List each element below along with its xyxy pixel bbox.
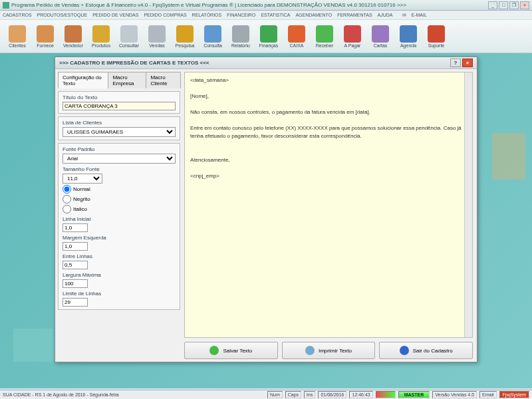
- toolbar-icon: [148, 25, 166, 43]
- toolbar-icon: [37, 25, 54, 43]
- menu-agendamento[interactable]: AGENDAMENTO: [295, 13, 332, 17]
- fonte-select[interactable]: Arial: [63, 154, 176, 164]
- tab-macro-empresa[interactable]: Macro Empresa: [108, 72, 146, 88]
- printer-icon: [305, 346, 315, 355]
- close-button[interactable]: ×: [520, 1, 529, 9]
- exit-icon: [400, 346, 409, 355]
- app-icon: [3, 2, 9, 9]
- style-italico-radio[interactable]: [63, 205, 71, 213]
- maximize-button[interactable]: □: [499, 1, 508, 9]
- window-titlebar: Programa Pedido de Vendas + Estoque & Fi…: [0, 0, 532, 11]
- toolbar-cartas[interactable]: Cartas: [367, 21, 394, 52]
- tab-macro-cliente[interactable]: Macro Cliente: [146, 72, 181, 88]
- exit-button[interactable]: Sair do Cadastro: [379, 342, 473, 359]
- toolbar-agenda[interactable]: Agenda: [395, 21, 422, 52]
- menu-ferramentas[interactable]: FERRAMENTAS: [337, 13, 372, 17]
- status-location: SUA CIDADE - RS 1 de Agosto de 2016 - Se…: [3, 392, 119, 397]
- main-toolbar: ClientesForneceVendedorProdutosConsultar…: [0, 20, 532, 53]
- editor-scrollbar[interactable]: [464, 72, 472, 337]
- toolbar-icon: [176, 25, 194, 43]
- status-date: 01/08/2016: [318, 391, 346, 398]
- linha-inicial-input[interactable]: [63, 223, 88, 232]
- tamanho-label: Tamanho Fonte: [63, 166, 176, 172]
- menu-produtos[interactable]: PRODUTOS/ESTOQUE: [37, 13, 88, 17]
- toolbar-icon: [288, 25, 305, 43]
- menu-ajuda[interactable]: AJUDA: [378, 13, 393, 17]
- toolbar-icon: [260, 25, 277, 43]
- toolbar-a pagar[interactable]: A Pagar: [339, 21, 366, 52]
- toolbar-clientes[interactable]: Clientes: [4, 21, 31, 52]
- menu-pedido-vendas[interactable]: PEDIDO DE VENDAS: [92, 13, 138, 17]
- fonte-label: Fonte Padrão: [63, 146, 176, 152]
- menu-estatistica[interactable]: ESTATISTICA: [261, 13, 290, 17]
- dialog-title: >>> CADASTRO E IMPRESSÃO DE CARTAS E TEX…: [59, 60, 209, 66]
- toolbar-vendedor[interactable]: Vendedor: [60, 21, 86, 52]
- font-panel: Fonte Padrão Arial Tamanho Fonte 11,0 No…: [58, 143, 180, 310]
- toolbar-icon: [65, 25, 82, 43]
- toolbar-icon: [400, 25, 417, 43]
- toolbar-consulta[interactable]: Consulta: [200, 21, 226, 52]
- toolbar-suporte[interactable]: Suporte: [423, 21, 450, 52]
- status-master: MASTER: [398, 391, 430, 398]
- status-email[interactable]: Email: [479, 391, 497, 398]
- toolbar-finanças[interactable]: Finanças: [255, 21, 282, 52]
- toolbar-produtos[interactable]: Produtos: [88, 21, 114, 52]
- dialog-titlebar: >>> CADASTRO E IMPRESSÃO DE CARTAS E TEX…: [55, 57, 477, 69]
- config-tabs: Configuração do Texto Macro Empresa Macr…: [58, 72, 180, 88]
- largura-input[interactable]: [63, 279, 88, 288]
- print-button[interactable]: Imprimir Texto: [282, 342, 376, 359]
- lista-label: Lista de Clientes: [63, 120, 176, 126]
- toolbar-icon: [344, 25, 361, 43]
- toolbar-icon: [9, 25, 26, 43]
- dialog-close-button[interactable]: ×: [462, 59, 473, 67]
- statusbar: SUA CIDADE - RS 1 de Agosto de 2016 - Se…: [0, 390, 532, 399]
- titulo-panel: Título do Texto: [58, 91, 180, 114]
- lista-panel: Lista de Clientes ULISSES GUIMARAES: [58, 116, 180, 140]
- toolbar-icon: [204, 25, 221, 43]
- menu-cadastros[interactable]: CADASTROS: [3, 13, 32, 17]
- toolbar-icon: [316, 25, 333, 43]
- status-num: Num: [267, 391, 283, 398]
- check-icon: [209, 346, 219, 355]
- toolbar-fornece[interactable]: Fornece: [32, 21, 59, 52]
- workspace: >>> CADASTRO E IMPRESSÃO DE CARTAS E TEX…: [0, 53, 532, 388]
- toolbar-vendas[interactable]: Vendas: [144, 21, 170, 52]
- tamanho-select[interactable]: 11,0: [63, 174, 102, 184]
- window-title: Programa Pedido de Vendas + Estoque & Fi…: [11, 2, 406, 8]
- menu-financeiro[interactable]: FINANCEIRO: [227, 13, 255, 17]
- menu-relatorios[interactable]: RELATÓRIOS: [192, 13, 222, 17]
- status-fpq[interactable]: FpqSystem: [499, 391, 529, 398]
- titulo-label: Título do Texto: [63, 94, 176, 100]
- status-meter: [376, 391, 396, 398]
- titulo-input[interactable]: [63, 102, 176, 110]
- menubar: CADASTROS PRODUTOS/ESTOQUE PEDIDO DE VEN…: [0, 11, 532, 20]
- toolbar-icon: [428, 25, 445, 43]
- toolbar-pesquisa[interactable]: Pesquisa: [172, 21, 198, 52]
- status-caps: Caps: [285, 391, 301, 398]
- text-editor[interactable]: <data_semana> [Nome], Não consta, em nos…: [184, 72, 473, 338]
- margem-input[interactable]: [63, 242, 88, 251]
- toolbar-icon: [232, 25, 249, 43]
- lista-select[interactable]: ULISSES GUIMARAES: [63, 127, 176, 137]
- save-button[interactable]: Salvar Texto: [184, 342, 278, 359]
- toolbar-icon: [120, 25, 138, 43]
- style-negrito-radio[interactable]: [63, 195, 71, 203]
- entre-input[interactable]: [63, 261, 88, 269]
- restore-button[interactable]: ❐: [509, 1, 519, 9]
- tab-config-texto[interactable]: Configuração do Texto: [58, 72, 108, 88]
- toolbar-consultar[interactable]: Consultar: [116, 21, 142, 52]
- toolbar-icon: [372, 25, 389, 43]
- toolbar-relatório[interactable]: Relatório: [227, 21, 254, 52]
- menu-email[interactable]: E-MAIL: [412, 13, 427, 17]
- dialog-help-button[interactable]: ?: [450, 59, 461, 67]
- cartas-dialog: >>> CADASTRO E IMPRESSÃO DE CARTAS E TEX…: [55, 57, 477, 362]
- toolbar-icon: [92, 25, 110, 43]
- minimize-button[interactable]: _: [488, 1, 497, 9]
- status-ins: Ins: [304, 391, 315, 398]
- toolbar-receber[interactable]: Receber: [311, 21, 338, 52]
- style-normal-radio[interactable]: [63, 185, 71, 194]
- limite-input[interactable]: [63, 298, 88, 307]
- toolbar-caixa[interactable]: CAIXA: [283, 21, 310, 52]
- menu-pedido-compras[interactable]: PEDIDO COMPRAS: [144, 13, 186, 17]
- status-versao[interactable]: Versão Vendas 4.0: [432, 391, 477, 398]
